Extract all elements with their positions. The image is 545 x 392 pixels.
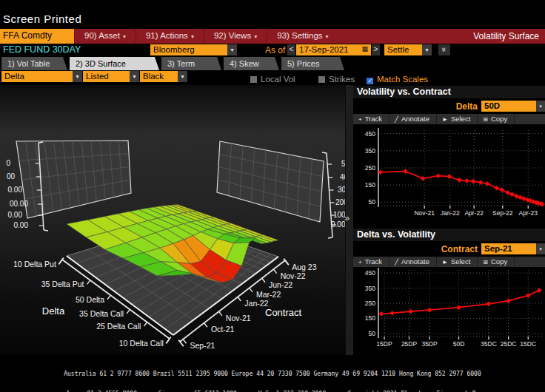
date-prev-icon[interactable]: <: [287, 44, 295, 55]
track-button[interactable]: +Track: [353, 257, 389, 267]
annotate-icon: ╱: [395, 116, 398, 123]
svg-text:10 Delta Call: 10 Delta Call: [119, 339, 164, 348]
svg-text:300: 300: [338, 186, 345, 194]
svg-text:50: 50: [369, 330, 376, 337]
main-area: 0000.0000.000.000.00540300200.0100.00.00…: [0, 85, 545, 355]
status-bar: Australia 61 2 9777 8600 Brazil 5511 239…: [0, 357, 545, 392]
select-button[interactable]: ►Select: [437, 114, 478, 124]
chevron-down-icon: ▾: [123, 33, 126, 40]
date-next-icon[interactable]: >: [372, 44, 380, 55]
panel2-param-select[interactable]: Sep-21: [481, 243, 536, 254]
track-icon: +: [358, 116, 362, 123]
menu-item-views[interactable]: 92) Views▾: [204, 29, 267, 44]
panel1-param-select[interactable]: 50D: [481, 101, 536, 112]
panel2-param-arrow-icon[interactable]: ▾: [536, 243, 545, 254]
svg-text:Aug 23: Aug 23: [292, 263, 316, 271]
copy-icon: ⊞: [483, 259, 488, 266]
svg-text:35DP: 35DP: [421, 340, 438, 348]
panel1-param-row: Delta 50D ▾: [353, 99, 545, 113]
svg-text:15DP: 15DP: [376, 340, 392, 348]
expand-chevrons-icon[interactable]: »: [438, 44, 450, 55]
bloomberg-terminal-screen: Screen Printed FFA Comdty 90) Asset▾91) …: [0, 0, 545, 392]
menu-items: 90) Asset▾91) Actions▾92) Views▾93) Sett…: [74, 29, 338, 44]
checkbox-icon[interactable]: ✓: [367, 78, 373, 84]
source-select-arrow-icon[interactable]: ▾: [227, 44, 237, 55]
checkbox-label: Local Vol: [261, 75, 295, 84]
menu-item-actions[interactable]: 91) Actions▾: [136, 29, 204, 44]
svg-text:40: 40: [340, 173, 345, 181]
security-ticker-badge[interactable]: FFA Comdty: [0, 29, 74, 44]
svg-text:00.00: 00.00: [10, 200, 28, 208]
annotate-button[interactable]: ╱Annotate: [389, 257, 437, 267]
annotate-button[interactable]: ╱Annotate: [389, 114, 437, 124]
svg-text:35DC: 35DC: [481, 340, 497, 348]
svg-text:25DP: 25DP: [401, 340, 418, 348]
listed-select-arrow-icon[interactable]: ▾: [130, 71, 139, 82]
svg-text:100.0: 100.0: [333, 211, 345, 219]
svg-text:15DC: 15DC: [520, 340, 536, 348]
volatility-surface-3d[interactable]: 0000.0000.000.000.00540300200.0100.00.00…: [0, 85, 345, 355]
listed-select[interactable]: Listed: [83, 71, 130, 82]
copy-button[interactable]: ⊞Copy: [478, 114, 515, 124]
copy-button[interactable]: ⊞Copy: [478, 257, 515, 267]
security-name: FED FUND 30DAY: [3, 44, 81, 55]
menu-item-settings[interactable]: 93) Settings▾: [267, 29, 338, 44]
delta-select[interactable]: Delta: [1, 71, 73, 82]
delta-select-arrow-icon[interactable]: ▾: [73, 71, 82, 82]
svg-text:35 Delta Call: 35 Delta Call: [79, 309, 124, 318]
svg-text:Apr-23: Apr-23: [518, 209, 538, 217]
svg-text:250: 250: [365, 300, 375, 307]
menu-bar: FFA Comdty 90) Asset▾91) Actions▾92) Vie…: [0, 29, 545, 44]
svg-text:Jan-22: Jan-22: [441, 209, 460, 217]
select-icon: ►: [442, 259, 448, 266]
delta-vs-vol-chart[interactable]: 4503502501505015DP25DP35DP50D35DC25DC15D…: [353, 267, 545, 355]
svg-text:50 Delta: 50 Delta: [76, 295, 104, 304]
copy-icon: ⊞: [483, 116, 488, 123]
panel2-title: Delta vs. Volatility: [353, 229, 545, 241]
black-select[interactable]: Black: [140, 71, 178, 82]
svg-text:0.00: 0.00: [8, 211, 23, 219]
annotate-icon: ╱: [395, 259, 398, 266]
svg-text:0: 0: [6, 159, 10, 167]
source-select[interactable]: Bloomberg: [150, 44, 227, 55]
track-button[interactable]: +Track: [353, 114, 389, 124]
checkbox-icon[interactable]: [250, 76, 257, 83]
view-tabs: 1) Vol Table2) 3D Surface3) Term4) Skew5…: [0, 57, 545, 70]
select-button[interactable]: ►Select: [437, 257, 478, 267]
function-title: Volatility Surface: [473, 29, 545, 44]
panel1-param-label: Delta: [456, 101, 478, 112]
svg-text:Mar-22: Mar-22: [256, 290, 281, 299]
svg-text:Oct-21: Oct-21: [211, 325, 235, 334]
delta-axis-title: Delta: [42, 305, 65, 317]
panel2-toolbar: +Track╱Annotate►Select⊞Copy: [353, 257, 545, 267]
right-panels: Volatility vs. Contract Delta 50D ▾ +Tra…: [353, 85, 545, 355]
status-line-1: Australia 61 2 9777 8600 Brazil 5511 239…: [0, 371, 545, 377]
panel1-param-arrow-icon[interactable]: ▾: [536, 101, 545, 112]
svg-text:Nov-21: Nov-21: [414, 209, 435, 217]
checkbox-match-scales[interactable]: ✓Match Scales: [367, 72, 428, 85]
track-icon: +: [358, 259, 362, 266]
panel1-toolbar: +Track╱Annotate►Select⊞Copy: [353, 114, 545, 124]
svg-text:25DC: 25DC: [501, 340, 517, 348]
svg-text:35 Delta Put: 35 Delta Put: [41, 280, 84, 288]
svg-text:Nov-22: Nov-22: [281, 271, 306, 280]
checkbox-icon[interactable]: [318, 76, 325, 83]
checkbox-local-vol[interactable]: Local Vol: [250, 72, 295, 85]
price-type-select[interactable]: Settle: [384, 44, 422, 55]
calendar-icon[interactable]: ▦: [361, 45, 368, 53]
as-of-date-input[interactable]: 17-Sep-2021▦: [296, 44, 371, 55]
svg-text:50: 50: [369, 198, 376, 206]
price-type-arrow-icon[interactable]: ▾: [422, 44, 432, 55]
svg-text:0.00: 0.00: [8, 186, 23, 194]
checkbox-strikes[interactable]: Strikes: [318, 72, 355, 85]
svg-text:Nov-21: Nov-21: [226, 314, 251, 322]
menu-item-asset[interactable]: 90) Asset▾: [74, 29, 136, 44]
chevron-down-icon: ▾: [326, 33, 329, 40]
chevron-down-icon: ▾: [254, 33, 257, 40]
as-of-label: As of: [265, 45, 285, 55]
svg-text:25 Delta Call: 25 Delta Call: [96, 322, 141, 331]
black-select-arrow-icon[interactable]: ▾: [178, 71, 187, 82]
vol-vs-contract-chart[interactable]: 45035025015050Nov-21Jan-22Apr-22Sep-22Ap…: [353, 124, 545, 227]
panel2-param-label: Contract: [441, 244, 478, 254]
collapse-chevron-icon[interactable]: »: [344, 212, 350, 223]
